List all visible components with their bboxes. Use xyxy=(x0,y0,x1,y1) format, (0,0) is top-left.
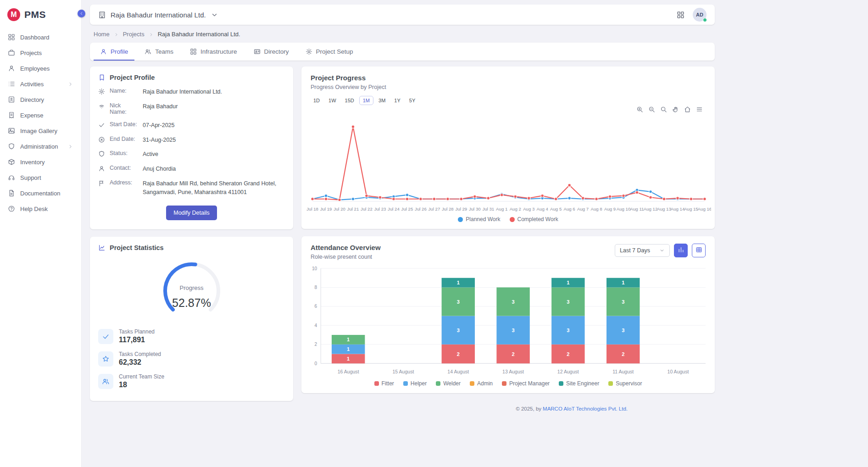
user-avatar[interactable]: AD xyxy=(693,8,707,22)
tab-teams[interactable]: Teams xyxy=(138,43,180,61)
range-1d-button[interactable]: 1D xyxy=(310,96,323,105)
x-circle-icon xyxy=(98,136,105,143)
table-view-toggle[interactable] xyxy=(692,244,706,257)
footer-text: © 2025, by xyxy=(516,406,541,411)
stat-tasks-completed: Tasks Completed 62,332 xyxy=(98,351,285,367)
tab-profile[interactable]: Profile xyxy=(94,43,134,61)
modify-details-button[interactable]: Modify Details xyxy=(166,206,217,220)
svg-text:0: 0 xyxy=(315,361,317,366)
svg-text:Jul 29: Jul 29 xyxy=(455,206,467,211)
svg-text:2: 2 xyxy=(622,351,624,357)
tab-directory[interactable]: Directory xyxy=(247,43,295,61)
range-5y-button[interactable]: 5Y xyxy=(406,96,419,105)
pan-icon[interactable] xyxy=(672,106,679,113)
star-icon xyxy=(98,351,113,367)
breadcrumb-current: Raja Bahadur International Ltd. xyxy=(158,31,240,38)
legend-item-completed-work[interactable]: Completed Work xyxy=(510,216,558,222)
topbar: Raja Bahadur International Ltd. AD xyxy=(90,5,715,25)
user-icon xyxy=(8,65,15,72)
contact-card-icon xyxy=(254,48,261,55)
tab-infrastructure[interactable]: Infrastructure xyxy=(184,43,244,61)
sidebar-item-directory[interactable]: Directory xyxy=(0,92,81,107)
svg-text:Aug 16: Aug 16 xyxy=(698,206,711,211)
legend-item-site-engineer[interactable]: Site Engineer xyxy=(559,380,599,387)
svg-text:Jul 28: Jul 28 xyxy=(442,206,454,211)
svg-text:Aug 2: Aug 2 xyxy=(510,206,521,211)
range-1w-button[interactable]: 1W xyxy=(325,96,340,105)
svg-text:Jul 30: Jul 30 xyxy=(469,206,481,211)
headset-icon xyxy=(8,174,15,181)
svg-text:6: 6 xyxy=(315,304,317,309)
sidebar-item-help-desk[interactable]: Help Desk xyxy=(0,201,81,217)
progress-line-chart[interactable]: Jul 18Jul 19Jul 20Jul 21Jul 22Jul 23Jul … xyxy=(301,113,715,214)
legend-item-fitter[interactable]: Fitter xyxy=(374,380,394,387)
profile-field-contact: Contact: Anuj Chordia xyxy=(98,165,285,173)
sidebar-item-expense[interactable]: Expense xyxy=(0,107,81,123)
sidebar-item-support[interactable]: Support xyxy=(0,170,81,185)
sidebar-item-image-gallery[interactable]: Image Gallery xyxy=(0,123,81,139)
date-range-select[interactable]: Last 7 Days xyxy=(615,244,670,257)
profile-field-end-date: End Date: 31-Aug-2025 xyxy=(98,136,285,145)
svg-text:2: 2 xyxy=(457,351,460,357)
legend-item-project-manager[interactable]: Project Manager xyxy=(502,380,550,387)
field-label: Status: xyxy=(110,150,138,156)
tab-project-setup[interactable]: Project Setup xyxy=(299,43,360,61)
legend-color-dot xyxy=(436,381,440,386)
legend-item-admin[interactable]: Admin xyxy=(470,380,493,387)
breadcrumb-home[interactable]: Home xyxy=(94,31,110,38)
legend-item-planned-work[interactable]: Planned Work xyxy=(458,216,500,222)
svg-text:3: 3 xyxy=(457,328,460,333)
gear-icon xyxy=(306,48,312,55)
sidebar-item-administration[interactable]: Administration xyxy=(0,139,81,154)
apps-grid-icon[interactable] xyxy=(677,11,684,19)
svg-text:Aug 7: Aug 7 xyxy=(577,206,589,211)
users-icon xyxy=(145,48,151,55)
company-selector[interactable]: Raja Bahadur International Ltd. xyxy=(98,11,218,19)
sidebar-item-dashboard[interactable]: Dashboard xyxy=(0,29,81,45)
svg-text:3: 3 xyxy=(622,299,624,305)
breadcrumb-projects[interactable]: Projects xyxy=(123,31,145,38)
svg-text:1: 1 xyxy=(567,280,569,285)
sidebar-nav: Dashboard Projects Employees Activities … xyxy=(0,29,81,217)
shield-icon xyxy=(8,143,15,150)
attendance-bar-chart[interactable]: 024681011116 August15 August233114 Augus… xyxy=(301,261,715,378)
range-selector: 1D 1W 15D 1M 3M 1Y 5Y xyxy=(301,90,715,105)
briefcase-icon xyxy=(8,49,15,56)
field-value: Anuj Chordia xyxy=(143,165,285,173)
sidebar-item-projects[interactable]: Projects xyxy=(0,45,81,61)
logo-icon: M xyxy=(7,8,20,21)
sidebar-item-label: Inventory xyxy=(20,159,73,166)
svg-text:Jul 26: Jul 26 xyxy=(415,206,427,211)
sidebar-collapse-button[interactable] xyxy=(78,10,85,17)
profile-field-status: Status: Active xyxy=(98,150,285,159)
range-1m-button[interactable]: 1M xyxy=(359,96,373,105)
chart-view-toggle[interactable] xyxy=(674,244,688,257)
legend-item-supervisor[interactable]: Supervisor xyxy=(608,380,642,387)
stat-tasks-planned: Tasks Planned 117,891 xyxy=(98,328,285,344)
sidebar-item-documentation[interactable]: Documentation xyxy=(0,185,81,201)
field-label: End Date: xyxy=(110,136,138,142)
legend-item-welder[interactable]: Welder xyxy=(436,380,461,387)
svg-text:Jul 18: Jul 18 xyxy=(306,206,318,211)
sidebar-item-activities[interactable]: Activities xyxy=(0,76,81,92)
legend-item-helper[interactable]: Helper xyxy=(403,380,427,387)
sidebar-item-inventory[interactable]: Inventory xyxy=(0,154,81,170)
svg-text:10: 10 xyxy=(312,266,317,271)
zoom-out-icon[interactable] xyxy=(648,106,655,113)
sidebar-item-label: Image Gallery xyxy=(20,128,73,134)
directory-icon xyxy=(8,96,15,103)
zoom-in-icon[interactable] xyxy=(636,106,643,113)
image-icon xyxy=(8,127,15,134)
chart-menu-icon[interactable] xyxy=(696,106,703,113)
range-1y-button[interactable]: 1Y xyxy=(390,96,404,105)
sidebar-item-label: Projects xyxy=(20,50,73,56)
footer-company-link[interactable]: MARCO AIoT Technologies Pvt. Ltd. xyxy=(543,406,628,411)
reset-zoom-icon[interactable] xyxy=(684,106,691,113)
svg-text:3: 3 xyxy=(622,328,624,333)
selection-zoom-icon[interactable] xyxy=(660,106,667,113)
sidebar-item-employees[interactable]: Employees xyxy=(0,61,81,76)
range-3m-button[interactable]: 3M xyxy=(375,96,389,105)
stat-team-size: Current Team Size 18 xyxy=(98,373,285,389)
range-15d-button[interactable]: 15D xyxy=(341,96,358,105)
app-logo[interactable]: M PMS xyxy=(0,6,81,29)
